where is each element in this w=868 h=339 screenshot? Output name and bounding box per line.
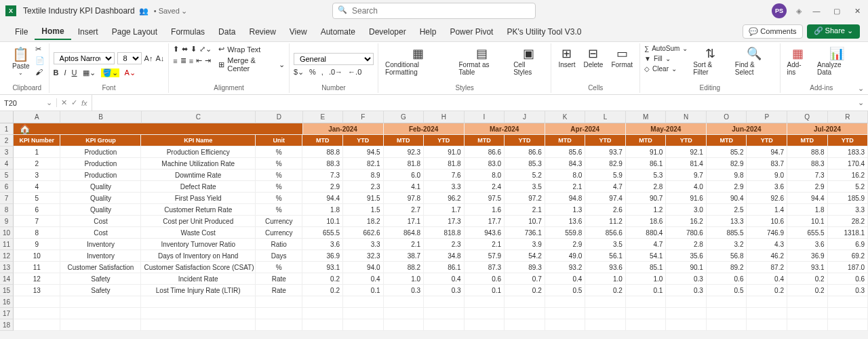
cell-value[interactable]: 0.4 xyxy=(545,273,586,285)
col-header-F[interactable]: F xyxy=(343,111,384,123)
addins-button[interactable]: ▦Add-ins xyxy=(785,45,812,77)
cell-value[interactable]: 82.9 xyxy=(585,158,626,170)
cell-value[interactable]: 10.7 xyxy=(505,216,545,227)
cell-value[interactable]: 88.8 xyxy=(302,146,343,158)
cell-value[interactable]: 7.3 xyxy=(787,170,828,181)
cell-kpi-number[interactable]: 6 xyxy=(14,204,60,216)
cell-value[interactable]: 185.9 xyxy=(828,193,868,204)
cell-value[interactable]: 86.1 xyxy=(626,158,667,170)
cell-value[interactable]: 82.1 xyxy=(343,158,384,170)
cell-value[interactable]: 17.3 xyxy=(424,216,465,227)
font-size-select[interactable]: 8 xyxy=(117,52,142,64)
tab-insert[interactable]: Insert xyxy=(71,24,105,39)
comma-icon[interactable]: , xyxy=(321,68,323,76)
minimize-button[interactable]: — xyxy=(811,5,822,16)
tab-file[interactable]: File xyxy=(8,24,35,39)
cell-value[interactable]: 10.1 xyxy=(787,216,828,227)
cell-kpi-number[interactable]: 2 xyxy=(14,158,60,170)
cell-value[interactable]: 0.3 xyxy=(666,285,707,296)
cell-kpi-number[interactable]: 7 xyxy=(14,216,60,227)
cell-value[interactable]: 1.2 xyxy=(626,204,667,216)
row-header-4[interactable]: 4 xyxy=(0,158,14,170)
cell-value[interactable]: 13.3 xyxy=(707,216,747,227)
copy-icon[interactable]: 📄 xyxy=(35,56,45,65)
fx-icon[interactable]: fx xyxy=(81,99,87,107)
row-header-5[interactable]: 5 xyxy=(0,170,14,181)
cell-value[interactable]: 1.0 xyxy=(384,273,425,285)
tab-data[interactable]: Data xyxy=(212,24,242,39)
align-center-icon[interactable]: ≣ xyxy=(180,56,186,65)
cell-value[interactable]: 2.1 xyxy=(465,239,505,250)
currency-icon[interactable]: $⌄ xyxy=(294,68,304,77)
cell-value[interactable]: 8.0 xyxy=(465,170,505,181)
cell-unit[interactable]: % xyxy=(256,146,302,158)
cell-kpi-number[interactable]: 8 xyxy=(14,227,60,239)
cell-value[interactable]: 82.9 xyxy=(707,158,747,170)
format-cells-button[interactable]: ▭Format xyxy=(608,45,635,70)
cell-value[interactable]: 4.1 xyxy=(384,181,425,193)
share-button[interactable]: 🔗 Share ⌄ xyxy=(807,24,860,39)
home-icon-cell[interactable]: 🏠 xyxy=(14,123,303,135)
name-box[interactable]: T20⌄ xyxy=(0,98,57,107)
cell-kpi-group[interactable]: Cost xyxy=(60,216,141,227)
cell-kpi-name[interactable]: First Pass Yield xyxy=(141,193,256,204)
cell-value[interactable]: 9.8 xyxy=(707,170,747,181)
tab-power-pivot[interactable]: Power Pivot xyxy=(443,24,500,39)
cell-value[interactable]: 46.2 xyxy=(747,250,787,262)
tab-review[interactable]: Review xyxy=(242,24,282,39)
cell-value[interactable]: 559.8 xyxy=(545,227,586,239)
orientation-icon[interactable]: ⤢⌄ xyxy=(199,45,212,54)
cell-value[interactable]: 2.1 xyxy=(505,204,545,216)
cell-value[interactable]: 56.8 xyxy=(707,250,747,262)
tab-view[interactable]: View xyxy=(283,24,314,39)
cell-value[interactable]: 94.4 xyxy=(787,193,828,204)
cell-value[interactable]: 856.6 xyxy=(585,227,626,239)
cell-kpi-name[interactable]: Customer Satisfaction Score (CSAT) xyxy=(141,262,256,273)
cell-value[interactable]: 69.2 xyxy=(828,250,868,262)
cell-value[interactable]: 5.2 xyxy=(505,170,545,181)
expand-formula-bar-icon[interactable]: ⌄ xyxy=(854,98,868,107)
cell-value[interactable]: 880.4 xyxy=(626,227,667,239)
cell-kpi-name[interactable]: Days of Inventory on Hand xyxy=(141,250,256,262)
cell-value[interactable]: 86.6 xyxy=(505,146,545,158)
cell-kpi-name[interactable]: Cost per Unit Produced xyxy=(141,216,256,227)
row-header-6[interactable]: 6 xyxy=(0,181,14,193)
cell-value[interactable]: 0.5 xyxy=(545,285,586,296)
cell-value[interactable]: 4.0 xyxy=(666,181,707,193)
cell-value[interactable]: 17.1 xyxy=(384,216,425,227)
cell-value[interactable]: 16.2 xyxy=(666,216,707,227)
cell-kpi-name[interactable]: Downtime Rate xyxy=(141,170,256,181)
cell-value[interactable]: 0.1 xyxy=(343,285,384,296)
find-select-button[interactable]: 🔍Find & Select xyxy=(732,45,776,77)
format-as-table-button[interactable]: ▤Format as Table xyxy=(456,45,508,77)
cell-value[interactable]: 97.4 xyxy=(585,193,626,204)
cell-kpi-name[interactable]: Lost Time Injury Rate (LTIR) xyxy=(141,285,256,296)
cell-kpi-number[interactable]: 1 xyxy=(14,146,60,158)
cell-kpi-number[interactable]: 10 xyxy=(14,250,60,262)
col-header-M[interactable]: M xyxy=(626,111,667,123)
col-header-C[interactable]: C xyxy=(142,111,256,123)
cell-value[interactable]: 2.8 xyxy=(626,181,667,193)
cell-unit[interactable]: % xyxy=(256,170,302,181)
col-header-H[interactable]: H xyxy=(424,111,465,123)
cell-value[interactable]: 13.6 xyxy=(545,216,586,227)
row-header-12[interactable]: 12 xyxy=(0,250,14,262)
delete-cells-button[interactable]: ⊟Delete xyxy=(580,45,606,70)
cell-value[interactable]: 96.2 xyxy=(424,193,465,204)
cell-kpi-group[interactable]: Customer Satisfaction xyxy=(60,262,141,273)
cell-value[interactable]: 90.1 xyxy=(666,262,707,273)
cell-value[interactable]: 780.6 xyxy=(666,227,707,239)
cell-value[interactable]: 1.6 xyxy=(465,204,505,216)
cell-value[interactable]: 0.3 xyxy=(666,273,707,285)
cell-kpi-number[interactable]: 12 xyxy=(14,273,60,285)
cell-value[interactable]: 92.6 xyxy=(747,193,787,204)
cell-value[interactable]: 1.0 xyxy=(585,273,626,285)
cell-value[interactable]: 3.2 xyxy=(707,239,747,250)
cell-value[interactable]: 818.8 xyxy=(424,227,465,239)
decrease-decimal-icon[interactable]: ←.0 xyxy=(348,68,361,76)
cell-value[interactable]: 94.5 xyxy=(343,146,384,158)
tab-developer[interactable]: Developer xyxy=(362,24,413,39)
cell-value[interactable]: 3.6 xyxy=(302,239,343,250)
cell-value[interactable]: 97.8 xyxy=(384,193,425,204)
cell-kpi-group[interactable]: Production xyxy=(60,146,141,158)
